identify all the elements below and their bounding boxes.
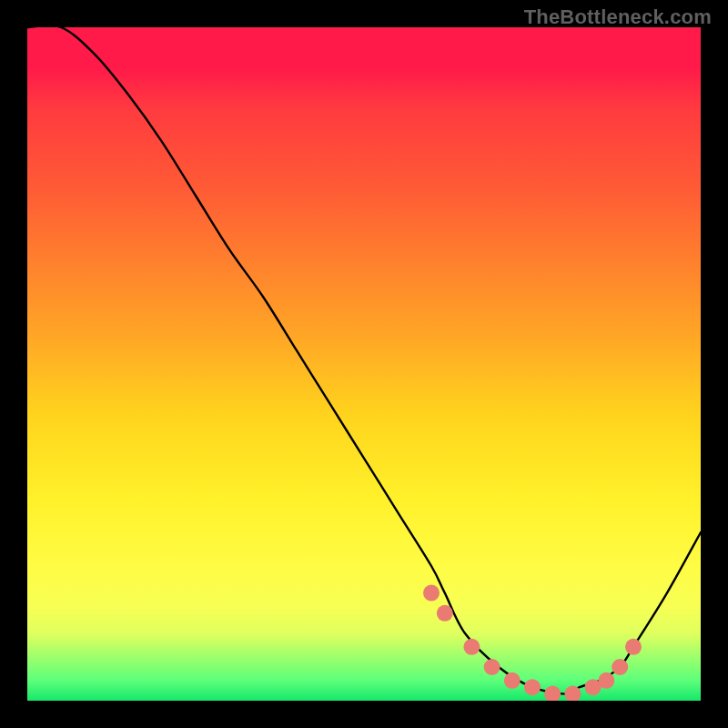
chart-frame: TheBottleneck.com xyxy=(0,0,728,728)
watermark-label: TheBottleneck.com xyxy=(524,5,712,29)
marker-dot xyxy=(504,672,521,689)
marker-dot xyxy=(484,659,500,675)
plot-area xyxy=(27,27,701,701)
marker-dot xyxy=(423,585,440,602)
marker-dot xyxy=(625,639,642,655)
bottleneck-curve xyxy=(27,27,701,694)
bottleneck-range-markers xyxy=(423,585,642,701)
marker-dot xyxy=(544,686,561,701)
curve-layer xyxy=(27,27,701,701)
marker-dot xyxy=(598,672,614,689)
marker-dot xyxy=(524,679,541,695)
marker-dot xyxy=(612,659,628,675)
marker-dot xyxy=(463,639,480,655)
marker-dot xyxy=(437,605,453,622)
